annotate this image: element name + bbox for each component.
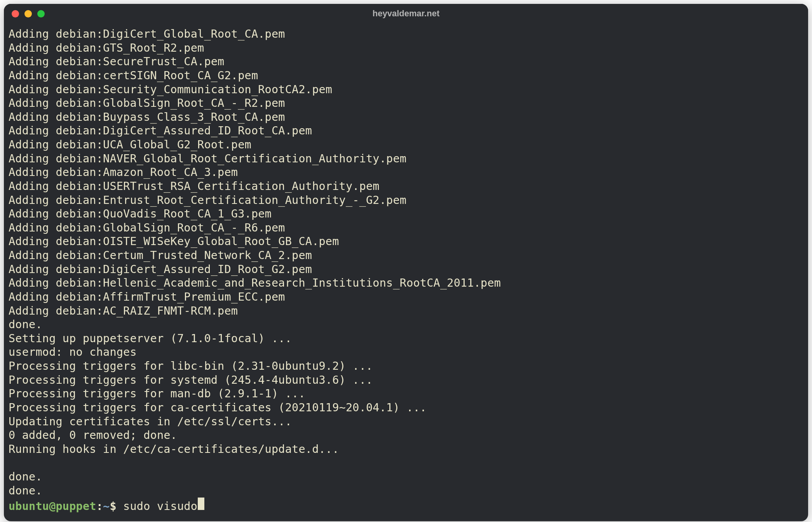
output-line: Processing triggers for libc-bin (2.31-0…: [9, 359, 803, 373]
maximize-icon[interactable]: [37, 10, 45, 17]
output-line: Adding debian:UCA_Global_G2_Root.pem: [9, 138, 803, 152]
output-line: done.: [9, 318, 803, 332]
output-line: Adding debian:GTS_Root_R2.pem: [9, 41, 803, 55]
output-line: Processing triggers for systemd (245.4-4…: [9, 373, 803, 387]
output-line: Adding debian:DigiCert_Assured_ID_Root_G…: [9, 263, 803, 277]
output-line: Adding debian:Entrust_Root_Certification…: [9, 193, 803, 207]
traffic-lights: [12, 10, 45, 17]
cursor-icon: [198, 498, 204, 510]
output-line: Adding debian:USERTrust_RSA_Certificatio…: [9, 179, 803, 193]
command-input[interactable]: sudo visudo: [123, 499, 197, 513]
output-line: Updating certificates in /etc/ssl/certs.…: [9, 415, 803, 429]
prompt-path: ~: [103, 499, 110, 513]
output-line: [9, 456, 803, 470]
minimize-icon[interactable]: [24, 10, 32, 17]
output-line: Adding debian:GlobalSign_Root_CA_-_R6.pe…: [9, 221, 803, 235]
output-line: done.: [9, 484, 803, 498]
output-line: 0 added, 0 removed; done.: [9, 428, 803, 442]
window-title: heyvaldemar.net: [373, 9, 439, 19]
output-line: usermod: no changes: [9, 345, 803, 359]
terminal-body[interactable]: Adding debian:DigiCert_Global_Root_CA.pe…: [4, 23, 808, 521]
output-line: done.: [9, 470, 803, 484]
output-line: Processing triggers for man-db (2.9.1-1)…: [9, 387, 803, 401]
output-line: Adding debian:Hellenic_Academic_and_Rese…: [9, 276, 803, 290]
output-line: Adding debian:NAVER_Global_Root_Certific…: [9, 152, 803, 166]
output-line: Setting up puppetserver (7.1.0-1focal) .…: [9, 332, 803, 346]
output-line: Adding debian:DigiCert_Assured_ID_Root_C…: [9, 124, 803, 138]
output-line: Adding debian:SecureTrust_CA.pem: [9, 55, 803, 69]
close-icon[interactable]: [12, 10, 19, 17]
output-line: Adding debian:Certum_Trusted_Network_CA_…: [9, 249, 803, 263]
output-line: Adding debian:AC_RAIZ_FNMT-RCM.pem: [9, 304, 803, 318]
output-line: Adding debian:QuoVadis_Root_CA_1_G3.pem: [9, 207, 803, 221]
prompt-user-host: ubuntu@puppet: [9, 499, 96, 513]
output-line: Adding debian:DigiCert_Global_Root_CA.pe…: [9, 27, 803, 41]
output-line: Processing triggers for ca-certificates …: [9, 401, 803, 415]
output-line: Adding debian:AffirmTrust_Premium_ECC.pe…: [9, 290, 803, 304]
terminal-output: Adding debian:DigiCert_Global_Root_CA.pe…: [9, 27, 803, 498]
prompt-symbol: $: [110, 499, 123, 513]
titlebar: heyvaldemar.net: [4, 4, 808, 23]
output-line: Adding debian:certSIGN_Root_CA_G2.pem: [9, 69, 803, 83]
prompt-colon: :: [96, 499, 103, 513]
output-line: Adding debian:Buypass_Class_3_Root_CA.pe…: [9, 110, 803, 124]
output-line: Adding debian:Security_Communication_Roo…: [9, 83, 803, 97]
prompt-line: ubuntu@puppet:~$ sudo visudo: [9, 498, 803, 513]
output-line: Adding debian:GlobalSign_Root_CA_-_R2.pe…: [9, 96, 803, 110]
output-line: Running hooks in /etc/ca-certificates/up…: [9, 442, 803, 456]
output-line: Adding debian:OISTE_WISeKey_Global_Root_…: [9, 235, 803, 249]
output-line: Adding debian:Amazon_Root_CA_3.pem: [9, 165, 803, 179]
terminal-window: heyvaldemar.net Adding debian:DigiCert_G…: [4, 4, 808, 521]
